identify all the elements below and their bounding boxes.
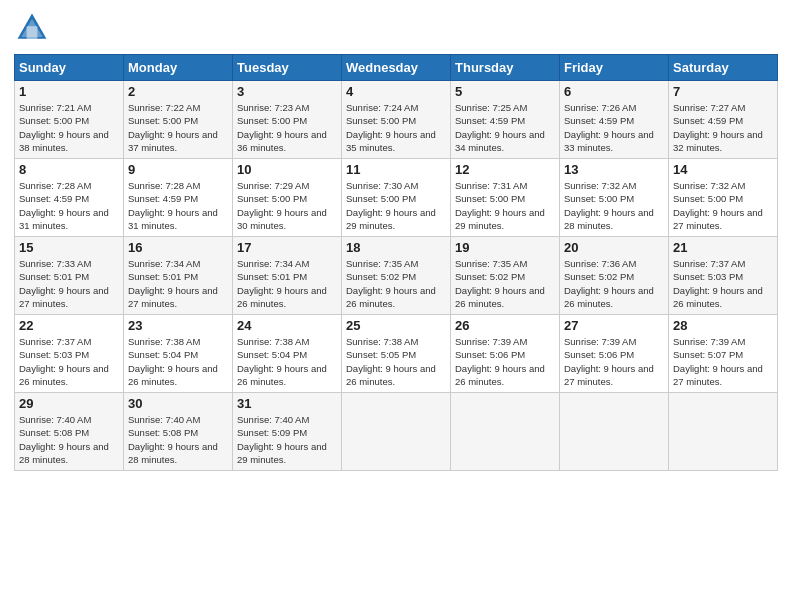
day-info: Sunrise: 7:21 AMSunset: 5:00 PMDaylight:… xyxy=(19,102,109,153)
day-number: 26 xyxy=(455,318,555,333)
calendar-day-cell xyxy=(451,393,560,471)
day-info: Sunrise: 7:39 AMSunset: 5:07 PMDaylight:… xyxy=(673,336,763,387)
day-number: 13 xyxy=(564,162,664,177)
day-info: Sunrise: 7:38 AMSunset: 5:05 PMDaylight:… xyxy=(346,336,436,387)
day-number: 23 xyxy=(128,318,228,333)
day-number: 16 xyxy=(128,240,228,255)
day-info: Sunrise: 7:23 AMSunset: 5:00 PMDaylight:… xyxy=(237,102,327,153)
day-info: Sunrise: 7:32 AMSunset: 5:00 PMDaylight:… xyxy=(673,180,763,231)
day-info: Sunrise: 7:28 AMSunset: 4:59 PMDaylight:… xyxy=(128,180,218,231)
day-info: Sunrise: 7:32 AMSunset: 5:00 PMDaylight:… xyxy=(564,180,654,231)
calendar-day-cell: 10 Sunrise: 7:29 AMSunset: 5:00 PMDaylig… xyxy=(233,159,342,237)
weekday-header-cell: Friday xyxy=(560,55,669,81)
day-number: 29 xyxy=(19,396,119,411)
day-info: Sunrise: 7:25 AMSunset: 4:59 PMDaylight:… xyxy=(455,102,545,153)
calendar-day-cell: 26 Sunrise: 7:39 AMSunset: 5:06 PMDaylig… xyxy=(451,315,560,393)
day-number: 28 xyxy=(673,318,773,333)
day-info: Sunrise: 7:34 AMSunset: 5:01 PMDaylight:… xyxy=(237,258,327,309)
day-info: Sunrise: 7:24 AMSunset: 5:00 PMDaylight:… xyxy=(346,102,436,153)
day-number: 6 xyxy=(564,84,664,99)
day-info: Sunrise: 7:40 AMSunset: 5:08 PMDaylight:… xyxy=(19,414,109,465)
day-number: 21 xyxy=(673,240,773,255)
day-number: 18 xyxy=(346,240,446,255)
day-number: 2 xyxy=(128,84,228,99)
day-info: Sunrise: 7:36 AMSunset: 5:02 PMDaylight:… xyxy=(564,258,654,309)
calendar-day-cell: 8 Sunrise: 7:28 AMSunset: 4:59 PMDayligh… xyxy=(15,159,124,237)
weekday-header-row: SundayMondayTuesdayWednesdayThursdayFrid… xyxy=(15,55,778,81)
calendar-day-cell: 3 Sunrise: 7:23 AMSunset: 5:00 PMDayligh… xyxy=(233,81,342,159)
calendar-week-row: 22 Sunrise: 7:37 AMSunset: 5:03 PMDaylig… xyxy=(15,315,778,393)
calendar-day-cell: 17 Sunrise: 7:34 AMSunset: 5:01 PMDaylig… xyxy=(233,237,342,315)
calendar-day-cell: 27 Sunrise: 7:39 AMSunset: 5:06 PMDaylig… xyxy=(560,315,669,393)
calendar-day-cell: 31 Sunrise: 7:40 AMSunset: 5:09 PMDaylig… xyxy=(233,393,342,471)
calendar-day-cell: 24 Sunrise: 7:38 AMSunset: 5:04 PMDaylig… xyxy=(233,315,342,393)
weekday-header-cell: Thursday xyxy=(451,55,560,81)
calendar-day-cell: 6 Sunrise: 7:26 AMSunset: 4:59 PMDayligh… xyxy=(560,81,669,159)
day-number: 17 xyxy=(237,240,337,255)
day-number: 7 xyxy=(673,84,773,99)
calendar-day-cell: 9 Sunrise: 7:28 AMSunset: 4:59 PMDayligh… xyxy=(124,159,233,237)
day-number: 20 xyxy=(564,240,664,255)
calendar-day-cell: 13 Sunrise: 7:32 AMSunset: 5:00 PMDaylig… xyxy=(560,159,669,237)
calendar-day-cell: 5 Sunrise: 7:25 AMSunset: 4:59 PMDayligh… xyxy=(451,81,560,159)
weekday-header-cell: Wednesday xyxy=(342,55,451,81)
svg-rect-2 xyxy=(27,26,38,39)
day-info: Sunrise: 7:26 AMSunset: 4:59 PMDaylight:… xyxy=(564,102,654,153)
day-info: Sunrise: 7:31 AMSunset: 5:00 PMDaylight:… xyxy=(455,180,545,231)
weekday-header-cell: Tuesday xyxy=(233,55,342,81)
calendar-day-cell: 19 Sunrise: 7:35 AMSunset: 5:02 PMDaylig… xyxy=(451,237,560,315)
calendar-day-cell xyxy=(342,393,451,471)
day-number: 10 xyxy=(237,162,337,177)
day-number: 15 xyxy=(19,240,119,255)
day-number: 14 xyxy=(673,162,773,177)
calendar-day-cell: 12 Sunrise: 7:31 AMSunset: 5:00 PMDaylig… xyxy=(451,159,560,237)
calendar-page: SundayMondayTuesdayWednesdayThursdayFrid… xyxy=(0,0,792,612)
header xyxy=(14,10,778,46)
day-number: 3 xyxy=(237,84,337,99)
day-info: Sunrise: 7:27 AMSunset: 4:59 PMDaylight:… xyxy=(673,102,763,153)
calendar-day-cell: 15 Sunrise: 7:33 AMSunset: 5:01 PMDaylig… xyxy=(15,237,124,315)
calendar-day-cell: 2 Sunrise: 7:22 AMSunset: 5:00 PMDayligh… xyxy=(124,81,233,159)
calendar-day-cell: 28 Sunrise: 7:39 AMSunset: 5:07 PMDaylig… xyxy=(669,315,778,393)
day-info: Sunrise: 7:37 AMSunset: 5:03 PMDaylight:… xyxy=(19,336,109,387)
day-info: Sunrise: 7:35 AMSunset: 5:02 PMDaylight:… xyxy=(455,258,545,309)
day-info: Sunrise: 7:40 AMSunset: 5:08 PMDaylight:… xyxy=(128,414,218,465)
day-number: 9 xyxy=(128,162,228,177)
day-info: Sunrise: 7:33 AMSunset: 5:01 PMDaylight:… xyxy=(19,258,109,309)
day-info: Sunrise: 7:22 AMSunset: 5:00 PMDaylight:… xyxy=(128,102,218,153)
day-number: 1 xyxy=(19,84,119,99)
calendar-day-cell: 7 Sunrise: 7:27 AMSunset: 4:59 PMDayligh… xyxy=(669,81,778,159)
calendar-day-cell: 23 Sunrise: 7:38 AMSunset: 5:04 PMDaylig… xyxy=(124,315,233,393)
calendar-day-cell: 25 Sunrise: 7:38 AMSunset: 5:05 PMDaylig… xyxy=(342,315,451,393)
weekday-header-cell: Sunday xyxy=(15,55,124,81)
day-number: 11 xyxy=(346,162,446,177)
calendar-day-cell: 11 Sunrise: 7:30 AMSunset: 5:00 PMDaylig… xyxy=(342,159,451,237)
calendar-table: SundayMondayTuesdayWednesdayThursdayFrid… xyxy=(14,54,778,471)
calendar-day-cell xyxy=(669,393,778,471)
calendar-day-cell: 14 Sunrise: 7:32 AMSunset: 5:00 PMDaylig… xyxy=(669,159,778,237)
calendar-week-row: 29 Sunrise: 7:40 AMSunset: 5:08 PMDaylig… xyxy=(15,393,778,471)
calendar-week-row: 8 Sunrise: 7:28 AMSunset: 4:59 PMDayligh… xyxy=(15,159,778,237)
day-number: 31 xyxy=(237,396,337,411)
calendar-day-cell: 1 Sunrise: 7:21 AMSunset: 5:00 PMDayligh… xyxy=(15,81,124,159)
day-info: Sunrise: 7:39 AMSunset: 5:06 PMDaylight:… xyxy=(564,336,654,387)
day-number: 24 xyxy=(237,318,337,333)
day-info: Sunrise: 7:38 AMSunset: 5:04 PMDaylight:… xyxy=(237,336,327,387)
day-info: Sunrise: 7:34 AMSunset: 5:01 PMDaylight:… xyxy=(128,258,218,309)
day-info: Sunrise: 7:29 AMSunset: 5:00 PMDaylight:… xyxy=(237,180,327,231)
weekday-header-cell: Monday xyxy=(124,55,233,81)
calendar-day-cell: 30 Sunrise: 7:40 AMSunset: 5:08 PMDaylig… xyxy=(124,393,233,471)
day-number: 19 xyxy=(455,240,555,255)
calendar-day-cell: 22 Sunrise: 7:37 AMSunset: 5:03 PMDaylig… xyxy=(15,315,124,393)
day-number: 8 xyxy=(19,162,119,177)
day-info: Sunrise: 7:37 AMSunset: 5:03 PMDaylight:… xyxy=(673,258,763,309)
day-number: 22 xyxy=(19,318,119,333)
calendar-day-cell: 18 Sunrise: 7:35 AMSunset: 5:02 PMDaylig… xyxy=(342,237,451,315)
calendar-day-cell: 20 Sunrise: 7:36 AMSunset: 5:02 PMDaylig… xyxy=(560,237,669,315)
calendar-week-row: 1 Sunrise: 7:21 AMSunset: 5:00 PMDayligh… xyxy=(15,81,778,159)
calendar-day-cell: 4 Sunrise: 7:24 AMSunset: 5:00 PMDayligh… xyxy=(342,81,451,159)
calendar-week-row: 15 Sunrise: 7:33 AMSunset: 5:01 PMDaylig… xyxy=(15,237,778,315)
day-info: Sunrise: 7:35 AMSunset: 5:02 PMDaylight:… xyxy=(346,258,436,309)
day-info: Sunrise: 7:38 AMSunset: 5:04 PMDaylight:… xyxy=(128,336,218,387)
day-info: Sunrise: 7:39 AMSunset: 5:06 PMDaylight:… xyxy=(455,336,545,387)
